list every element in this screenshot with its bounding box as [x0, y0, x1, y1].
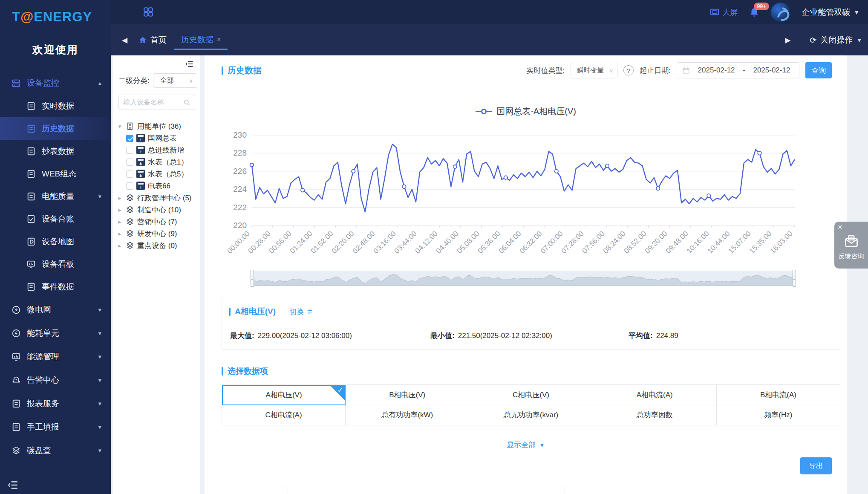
device-label: 水表（总5） [148, 169, 188, 179]
server-icon [12, 78, 21, 88]
data-item-reactive-power[interactable]: 总无功功率(kvar) [469, 405, 593, 426]
panel-collapse-icon[interactable] [185, 60, 194, 68]
tree-device-row[interactable]: 总进线新增 [117, 144, 199, 156]
tab-history-data[interactable]: 历史数据 × [174, 30, 228, 50]
sidebar-item-power-quality[interactable]: 电能质量 ▾ [0, 185, 111, 208]
data-item-a-voltage[interactable]: A相电压(V) ✓ [222, 385, 346, 405]
tab-home[interactable]: 首页 [131, 30, 174, 50]
sidebar-item-event-data[interactable]: 事件数据 [0, 275, 111, 298]
sidebar-item-label: 告警中心 [27, 375, 59, 386]
data-item-b-current[interactable]: B相电流(A) [717, 385, 840, 405]
tab-close-icon[interactable]: × [217, 36, 221, 43]
sidebar-item-microgrid[interactable]: 微电网 ▾ [0, 298, 111, 321]
sidebar-item-energy-mgmt[interactable]: 能源管理 ▾ [0, 345, 111, 368]
device-search[interactable] [118, 95, 195, 110]
data-item-a-current[interactable]: A相电流(A) [593, 385, 717, 405]
tree-group-row[interactable]: ▸ 重点设备 (0) [117, 240, 199, 251]
tree-device-row[interactable]: 国网总表 [117, 132, 199, 144]
realtime-type-select[interactable]: 瞬时变量 ∨ [571, 63, 617, 78]
close-icon[interactable]: × [838, 222, 842, 232]
top-header: 大屏 99+ 企业能管双碳 ▼ [111, 0, 868, 24]
book-icon [26, 124, 36, 133]
building-icon [126, 122, 134, 130]
tree-device-row[interactable]: 水表（总5） [117, 168, 199, 180]
tree-root-label: 用能单位 (36) [137, 121, 181, 131]
sidebar-item-meter-reading[interactable]: 抄表数据 [0, 140, 111, 162]
chevron-down-icon: ▾ [98, 423, 101, 431]
svg-text:220: 220 [233, 221, 247, 230]
feedback-envelope-icon [843, 234, 859, 249]
data-item-b-voltage[interactable]: B相电压(V) [346, 385, 469, 405]
search-input[interactable] [123, 98, 181, 106]
title-accent-bar [229, 308, 231, 316]
sidebar-item-label: 抄表数据 [42, 146, 74, 157]
avatar[interactable] [771, 3, 790, 22]
date-range-picker[interactable]: 2025-02-12 - 2025-02-12 [677, 62, 799, 78]
device-tree-panel: 二级分类: 全部 ∨ ▾ 用能单位 (36) 国网总表 总进线新增 水表（总1） [113, 55, 200, 494]
checkbox[interactable] [126, 170, 133, 178]
svg-text:10:16:00: 10:16:00 [685, 229, 711, 255]
sidebar-item-web-scada[interactable]: WEB组态 [0, 162, 111, 185]
close-operations-dropdown[interactable]: ⟳ 关闭操作 ▼ [800, 35, 862, 46]
sidebar-item-energy-unit[interactable]: 能耗单元 ▾ [0, 321, 111, 345]
sidebar-item-device-ledger[interactable]: 设备台账 [0, 208, 111, 230]
tabs-scroll-left-icon[interactable]: ◀ [118, 36, 131, 45]
tree-group-row[interactable]: ▸ 行政管理中心 (5) [117, 192, 199, 204]
app-grid-icon[interactable] [143, 6, 154, 17]
tree-device-row[interactable]: 电表66 [117, 180, 199, 192]
category-select[interactable]: 全部 ∨ [153, 73, 197, 88]
zoom-handle-right[interactable] [793, 270, 796, 287]
checkbox[interactable] [126, 182, 133, 190]
sidebar-item-label: 能源管理 [27, 351, 59, 362]
tree-device-row[interactable]: 水表（总1） [117, 156, 199, 168]
data-item-c-voltage[interactable]: C相电压(V) [469, 385, 593, 405]
sidebar-item-history-data[interactable]: 历史数据 [0, 117, 111, 140]
bolt-icon [12, 305, 21, 315]
checkbox-checked[interactable] [126, 135, 133, 142]
data-item-active-power[interactable]: 总有功功率(kW) [346, 405, 469, 426]
tree-group-row[interactable]: ▸ 研发中心 (9) [117, 228, 199, 240]
help-icon[interactable]: ? [623, 65, 634, 75]
tabs-scroll-right-icon[interactable]: ▶ [781, 36, 794, 45]
svg-text:224: 224 [233, 185, 247, 194]
export-button[interactable]: 导出 [800, 457, 832, 474]
sidebar-item-carbon-audit[interactable]: 碳盘查 ▾ [0, 439, 111, 462]
data-item-power-factor[interactable]: 总功率因数 [593, 405, 717, 426]
checkbox[interactable] [126, 147, 133, 154]
data-item-frequency[interactable]: 频率(Hz) [717, 405, 840, 426]
device-label: 国网总表 [148, 133, 177, 143]
query-button[interactable]: 查询 [805, 62, 832, 78]
sidebar-item-alarm-center[interactable]: 告警中心 ▾ [0, 368, 111, 392]
feedback-label: 反馈咨询 [834, 252, 868, 260]
tree-root-energy-units[interactable]: ▾ 用能单位 (36) [117, 120, 199, 132]
sidebar-item-device-monitor[interactable]: 设备监控 ▴ [0, 71, 111, 95]
sidebar-item-realtime-data[interactable]: 实时数据 [0, 95, 111, 117]
sidebar-item-device-board[interactable]: 设备看板 [0, 253, 111, 275]
refresh-icon[interactable]: ⟳ [810, 35, 816, 45]
zoom-handle-left[interactable] [251, 270, 254, 287]
checkbox[interactable] [126, 159, 133, 166]
switch-button[interactable]: 切换 [289, 307, 314, 317]
date-start-value[interactable]: 2025-02-12 [694, 66, 738, 75]
svg-text:08:24:00: 08:24:00 [602, 229, 627, 255]
svg-text:15:07:00: 15:07:00 [727, 229, 753, 255]
chevron-down-icon: ▼ [856, 37, 862, 43]
org-switcher[interactable]: 企业能管双碳 ▼ [802, 7, 859, 18]
chart-legend[interactable]: 国网总表-A相电压(V) [205, 106, 847, 117]
tree-group-row[interactable]: ▸ 制造中心 (10) [117, 204, 199, 216]
tree-group-row[interactable]: ▸ 营销中心 (7) [117, 216, 199, 228]
feedback-widget[interactable]: × 反馈咨询 [834, 222, 868, 269]
big-screen-button[interactable]: 大屏 [710, 7, 738, 17]
notifications-button[interactable]: 99+ [749, 7, 760, 18]
sidebar-item-report-service[interactable]: 报表服务 ▾ [0, 392, 111, 415]
date-end-value[interactable]: 2025-02-12 [750, 66, 794, 75]
sidebar-item-device-map[interactable]: 设备地图 [0, 230, 111, 253]
show-all-toggle[interactable]: 显示全部 ▼ [205, 440, 847, 450]
data-item-c-current[interactable]: C相电流(A) [222, 405, 346, 426]
sidebar-item-manual-entry[interactable]: 手工填报 ▾ [0, 415, 111, 439]
device-label: 电表66 [148, 181, 170, 191]
tab-label: 历史数据 [181, 34, 213, 45]
date-range-label: 起止日期: [640, 66, 671, 75]
sidebar-collapse-icon[interactable] [8, 480, 19, 491]
chart-zoom-slider[interactable] [252, 271, 795, 286]
